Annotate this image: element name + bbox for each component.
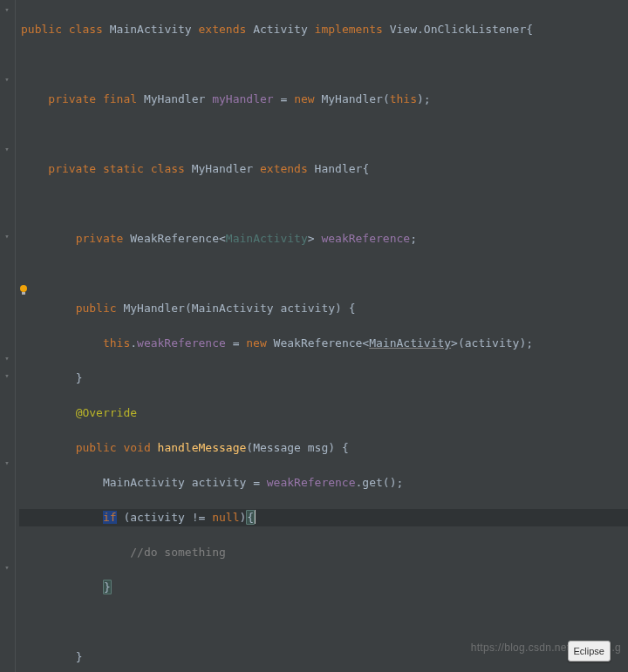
code-line-current: if (activity != null){ <box>19 509 628 526</box>
fold-marker[interactable]: ▾ <box>3 354 11 363</box>
code-line <box>19 195 628 213</box>
code-line: private static class MyHandler extends H… <box>19 160 628 178</box>
code-line: } <box>19 370 628 387</box>
fold-marker[interactable]: ▾ <box>3 75 11 84</box>
svg-rect-1 <box>22 292 25 295</box>
code-line: private WeakReference<MainActivity> weak… <box>19 230 628 248</box>
fold-marker[interactable]: ▾ <box>3 371 11 380</box>
code-line <box>19 56 628 73</box>
code-line: public void handleMessage(Message msg) { <box>19 439 628 457</box>
fold-marker[interactable]: ▾ <box>3 458 11 467</box>
svg-point-0 <box>20 285 27 292</box>
code-line: } <box>19 579 628 596</box>
code-line: MainActivity activity = weakReference.ge… <box>19 474 628 492</box>
code-line: //do something <box>19 544 628 561</box>
code-line: public class MainActivity extends Activi… <box>19 21 628 38</box>
code-area[interactable]: public class MainActivity extends Activi… <box>16 0 628 672</box>
fold-marker[interactable]: ▾ <box>3 563 11 572</box>
code-line: private final MyHandler myHandler = new … <box>19 91 628 108</box>
code-editor[interactable]: ▾ ▾ ▾ ▾ ▾ ▾ ▾ ▾ public class MainActivit… <box>0 0 628 672</box>
code-line <box>19 126 628 143</box>
fold-marker[interactable]: ▾ <box>3 5 11 14</box>
code-line: @Override <box>19 404 628 422</box>
fold-marker[interactable]: ▾ <box>3 232 11 241</box>
caret <box>255 510 256 524</box>
code-line: this.weakReference = new WeakReference<M… <box>19 335 628 352</box>
fold-marker[interactable]: ▾ <box>3 145 11 153</box>
code-line <box>19 614 628 631</box>
intention-bulb-icon[interactable] <box>17 283 30 295</box>
code-line: public MyHandler(MainActivity activity) … <box>19 300 628 317</box>
code-line <box>19 265 628 282</box>
tag-badge: Eclipse <box>568 641 611 662</box>
gutter: ▾ ▾ ▾ ▾ ▾ ▾ ▾ ▾ <box>0 0 16 672</box>
